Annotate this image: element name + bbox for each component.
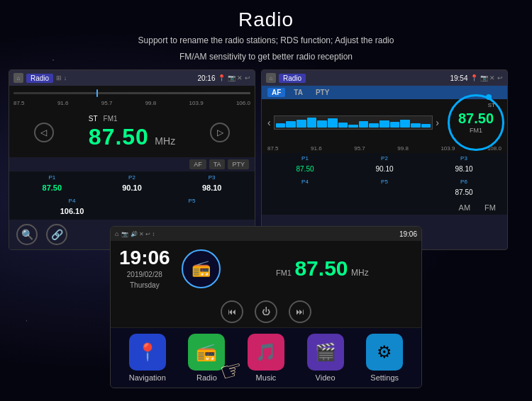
overlay-date: 2019/02/28 [119, 269, 170, 280]
r-freq-4: 103.9 [440, 145, 455, 152]
right-header-left: ⌂ Radio [266, 73, 306, 83]
overlay-prev-btn[interactable]: ⏮ [221, 300, 243, 323]
overlay-home-icon[interactable]: ⌂ [115, 230, 118, 237]
overlay-radio-emoji: 📻 [192, 259, 211, 278]
left-header-icons: ⊞ ↓ [56, 74, 67, 81]
overlay-next-btn[interactable]: ⏭ [289, 300, 311, 323]
screen-left: ⌂ Radio ⊞ ↓ 20:16 📍 📷 ✕ ↩ 87.5 91.6 95.7… [9, 69, 255, 250]
left-preset-p3[interactable]: P3 98.10 [173, 174, 250, 193]
left-preset-row2: P4 106.10 P5 [9, 196, 255, 220]
left-ta-btn[interactable]: TA [209, 159, 226, 169]
right-p5[interactable]: P5 [345, 179, 423, 198]
left-freq-display: ST FM1 87.50 MHz [89, 115, 175, 150]
bar-6 [328, 118, 338, 128]
video-label: Video [316, 373, 336, 382]
left-preset-p2[interactable]: P2 90.10 [94, 174, 171, 193]
right-radio-main: ‹ [262, 99, 507, 145]
left-preset-p5[interactable]: P5 [133, 198, 250, 217]
right-p3[interactable]: P3 98.10 [425, 155, 503, 174]
right-fm-btn[interactable]: FM [484, 203, 496, 212]
r-p3-freq: 98.10 [455, 165, 472, 173]
right-freq-prev[interactable]: ‹ [267, 117, 271, 128]
right-p2[interactable]: P2 90.10 [345, 155, 423, 174]
overlay-radio-icon: 📻 [182, 249, 221, 288]
right-p6[interactable]: P6 87.50 [425, 179, 503, 198]
right-status-icons: 📍 📷 ✕ ↩ [470, 74, 503, 81]
right-screen-header: ⌂ Radio 19:54 📍 📷 ✕ ↩ [262, 70, 507, 86]
left-freq-track[interactable] [13, 92, 250, 94]
overlay-header-time: 19:06 [399, 230, 417, 238]
freq-label-4: 103.9 [189, 100, 204, 106]
left-freq-bar [9, 86, 255, 100]
left-p2-label: P2 [94, 174, 171, 181]
right-ta-btn[interactable]: TA [289, 88, 307, 97]
right-freq-next[interactable]: › [436, 117, 439, 128]
r-p2-label: P2 [345, 155, 423, 162]
right-st-label: ST [488, 102, 495, 108]
right-freq-track[interactable] [274, 115, 433, 130]
bar-15 [421, 124, 431, 128]
overlay-header-left: ⌂ 📷 🔊 ✕ ↩ ↕ [115, 230, 155, 237]
bar-13 [400, 120, 410, 128]
left-preset-p1[interactable]: P1 87.50 [13, 174, 91, 193]
left-search-btn[interactable]: 🔍 [16, 224, 38, 245]
r-p2-freq: 90.10 [375, 165, 393, 173]
left-home-icon[interactable]: ⌂ [13, 73, 23, 83]
bar-2 [286, 121, 296, 127]
r-freq-0: 87.5 [267, 145, 279, 152]
overlay-fm-label: FM1 [276, 269, 292, 277]
bar-10 [369, 123, 379, 128]
app-navigation[interactable]: 📍 Navigation [129, 334, 166, 382]
music-label: Music [256, 373, 277, 382]
right-am-btn[interactable]: AM [459, 203, 471, 212]
left-app-label: Radio [26, 74, 53, 83]
left-preset-p4[interactable]: P4 106.10 [13, 198, 131, 217]
overlay-power-btn[interactable]: ⏻ [255, 300, 277, 323]
r-freq-2: 95.7 [354, 145, 365, 152]
left-freq-unit: MHz [155, 135, 175, 147]
app-grid: 📍 Navigation 📻 Radio 🎵 Music 🎬 Video ⚙ S… [111, 327, 421, 388]
page-title-text: Radio [0, 9, 532, 31]
right-pty-btn[interactable]: PTY [311, 88, 333, 97]
left-p5-label: P5 [133, 198, 250, 204]
right-freq-container: ‹ [262, 111, 445, 134]
left-p4-label: P4 [13, 198, 131, 204]
overlay-mhz: MHz [351, 268, 369, 278]
app-settings[interactable]: ⚙ Settings [366, 334, 403, 382]
right-time: 19:54 [450, 74, 467, 82]
right-af-btn[interactable]: AF [267, 88, 285, 97]
right-freq-bars [275, 116, 433, 129]
freq-label-5: 106.0 [236, 100, 250, 106]
freq-label-3: 99.8 [145, 100, 157, 106]
right-header-right: 19:54 📍 📷 ✕ ↩ [450, 74, 503, 82]
right-p4[interactable]: P4 [266, 179, 344, 198]
nav-label: Navigation [129, 373, 166, 382]
left-p1-label: P1 [13, 174, 91, 181]
left-af-btn[interactable]: AF [189, 159, 206, 169]
app-video[interactable]: 🎬 Video [307, 334, 344, 382]
right-p1[interactable]: P1 87.50 [266, 155, 344, 174]
bar-7 [338, 123, 348, 128]
left-prev-btn[interactable]: ◁ [34, 123, 54, 142]
r-freq-1: 91.6 [311, 145, 322, 152]
r-freq-3: 99.8 [397, 145, 409, 152]
right-freq-inner: ‹ [267, 115, 439, 130]
left-pty-btn[interactable]: PTY [228, 159, 249, 169]
overlay-top-area: 19:06 2019/02/28 Thursday 📻 FM1 87.50 MH… [111, 241, 421, 296]
overlay-time-date: 19:06 2019/02/28 Thursday [119, 247, 170, 290]
left-link-btn[interactable]: 🔗 [46, 224, 67, 245]
bar-1 [276, 123, 286, 128]
settings-label: Settings [370, 373, 399, 382]
r-p4-label: P4 [266, 179, 344, 185]
right-home-icon[interactable]: ⌂ [266, 73, 276, 83]
left-radio-main: ◁ ST FM1 87.50 MHz ▷ [9, 108, 255, 157]
overlay-controls: ⏮ ⏻ ⏭ [111, 296, 421, 327]
bar-5 [317, 120, 327, 128]
left-main-freq-row: 87.50 MHz [89, 124, 175, 150]
left-next-btn[interactable]: ▷ [210, 123, 230, 142]
page-header: Radio Support to rename the radio statio… [0, 0, 532, 64]
app-music[interactable]: 🎵 Music [248, 334, 284, 382]
bar-12 [390, 122, 400, 128]
right-preset-row2: P4 P5 P6 87.50 [262, 176, 507, 200]
overlay-freq-area: FM1 87.50 MHz [232, 256, 413, 281]
